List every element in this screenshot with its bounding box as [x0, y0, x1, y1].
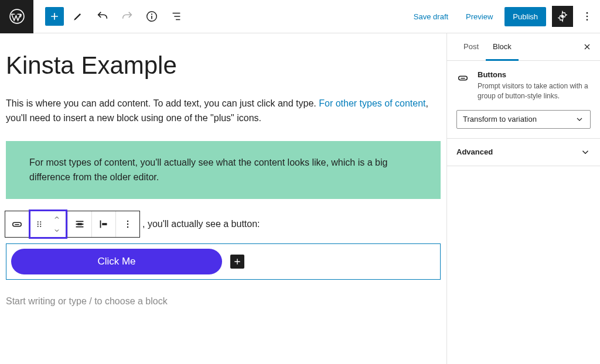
align-button[interactable]	[92, 211, 115, 237]
svg-point-13	[38, 226, 39, 227]
buttons-block-icon	[456, 71, 469, 84]
svg-point-5	[587, 16, 588, 18]
paragraph-block[interactable]: This is where you can add content. To ad…	[6, 97, 441, 126]
list-icon	[170, 10, 183, 23]
settings-button[interactable]	[552, 6, 573, 27]
pencil-icon	[72, 11, 84, 22]
add-block-button[interactable]	[45, 7, 64, 26]
block-type-button[interactable]	[5, 211, 29, 237]
paragraph-link[interactable]: For other types of content	[319, 98, 425, 108]
editor-canvas[interactable]: Kinsta Example This is where you can add…	[0, 33, 446, 364]
topbar-left-group	[33, 6, 187, 27]
info-button[interactable]	[141, 6, 162, 27]
buttons-block[interactable]: Click Me	[6, 243, 441, 280]
settings-sidebar: Post Block Buttons Prompt visitors to ta…	[446, 33, 600, 364]
plus-icon	[49, 11, 60, 22]
chevron-down-icon	[52, 227, 62, 234]
paragraph-text: This is where you can add content. To ad…	[6, 98, 319, 108]
advanced-panel-title: Advanced	[456, 147, 493, 156]
advanced-panel[interactable]: Advanced	[447, 139, 600, 166]
chevron-up-icon	[52, 214, 62, 221]
tab-block[interactable]: Block	[486, 34, 519, 61]
more-options-button[interactable]	[579, 6, 595, 27]
svg-point-3	[561, 15, 564, 18]
redo-icon	[121, 10, 134, 23]
move-down-button[interactable]	[48, 224, 66, 237]
svg-point-11	[38, 224, 39, 225]
svg-point-17	[127, 221, 129, 222]
svg-point-9	[38, 221, 39, 222]
undo-icon	[96, 10, 109, 23]
block-toolbar	[5, 211, 140, 238]
close-icon	[582, 42, 592, 51]
sidebar-tabs: Post Block	[447, 33, 600, 61]
svg-rect-21	[461, 78, 465, 78]
topbar-right-group: Save draft Preview Publish	[408, 6, 600, 27]
post-title[interactable]: Kinsta Example	[6, 52, 441, 79]
justify-button[interactable]	[68, 211, 91, 237]
editor-topbar: Save draft Preview Publish	[0, 0, 600, 33]
svg-point-19	[127, 226, 129, 228]
svg-rect-16	[102, 223, 107, 225]
svg-rect-15	[77, 223, 81, 225]
chevron-down-icon	[575, 115, 584, 124]
drag-handle[interactable]	[30, 211, 48, 237]
block-movers	[48, 211, 66, 237]
align-left-icon	[97, 218, 110, 231]
wordpress-logo[interactable]	[0, 0, 33, 33]
block-info-panel: Buttons Prompt visitors to take action w…	[447, 61, 600, 139]
preview-link[interactable]: Preview	[460, 9, 499, 25]
add-button-inline[interactable]	[230, 255, 244, 269]
tab-post[interactable]: Post	[456, 34, 486, 61]
block-title: Buttons	[478, 70, 591, 79]
plus-icon	[233, 257, 242, 266]
undo-button[interactable]	[92, 6, 113, 27]
publish-button[interactable]: Publish	[504, 7, 546, 26]
redo-button[interactable]	[117, 6, 138, 27]
move-up-button[interactable]	[48, 211, 66, 224]
default-block-appender[interactable]: Start writing or type / to choose a bloc…	[6, 296, 441, 307]
button-element[interactable]: Click Me	[11, 249, 222, 274]
buttons-block-icon	[11, 218, 23, 231]
svg-point-4	[587, 12, 588, 14]
svg-point-6	[587, 19, 588, 21]
gear-icon	[557, 11, 568, 22]
svg-point-18	[127, 224, 129, 225]
chevron-down-icon	[580, 147, 591, 157]
wordpress-icon	[9, 9, 25, 24]
svg-point-10	[40, 221, 41, 222]
transform-select-label: Transform to variation	[463, 115, 537, 123]
justify-icon	[73, 218, 86, 231]
block-more-button[interactable]	[116, 211, 139, 237]
block-toolbar-row: , you'll actually see a button:	[6, 211, 441, 238]
vertical-dots-icon	[122, 218, 134, 230]
svg-point-14	[40, 226, 41, 227]
drag-icon	[34, 219, 45, 229]
highlighted-paragraph-block[interactable]: For most types of content, you'll actual…	[6, 141, 441, 199]
outline-button[interactable]	[166, 6, 187, 27]
block-type-icon	[456, 71, 469, 84]
transform-select[interactable]: Transform to variation	[456, 110, 591, 129]
svg-rect-8	[15, 224, 19, 225]
edit-mode-button[interactable]	[67, 6, 88, 27]
svg-point-12	[40, 224, 41, 225]
save-draft-link[interactable]: Save draft	[408, 9, 454, 25]
svg-point-2	[151, 13, 152, 15]
vertical-dots-icon	[581, 11, 593, 22]
trailing-paragraph-text: , you'll actually see a button:	[142, 219, 260, 229]
block-description: Prompt visitors to take action with a gr…	[478, 81, 591, 102]
close-sidebar-button[interactable]	[578, 37, 596, 56]
info-icon	[145, 10, 158, 23]
